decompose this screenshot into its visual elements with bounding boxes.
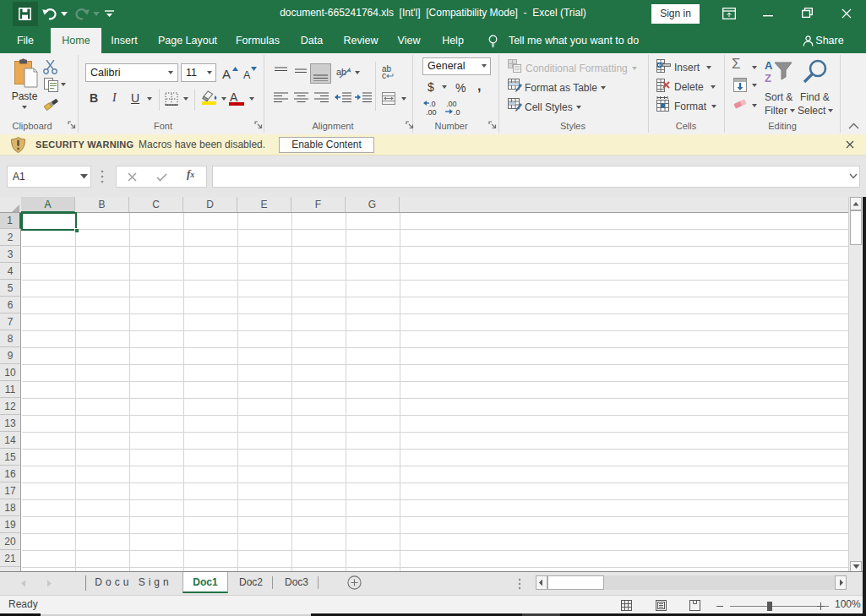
- svg-text:.00: .00: [426, 108, 437, 117]
- svg-text:.0: .0: [429, 100, 436, 108]
- svg-text:A: A: [765, 59, 773, 72]
- svg-text:ab: ab: [336, 67, 346, 77]
- svg-text:.0: .0: [454, 108, 460, 117]
- svg-text:Z: Z: [765, 72, 771, 84]
- svg-text:c: c: [382, 71, 386, 79]
- svg-text:.00: .00: [446, 100, 457, 108]
